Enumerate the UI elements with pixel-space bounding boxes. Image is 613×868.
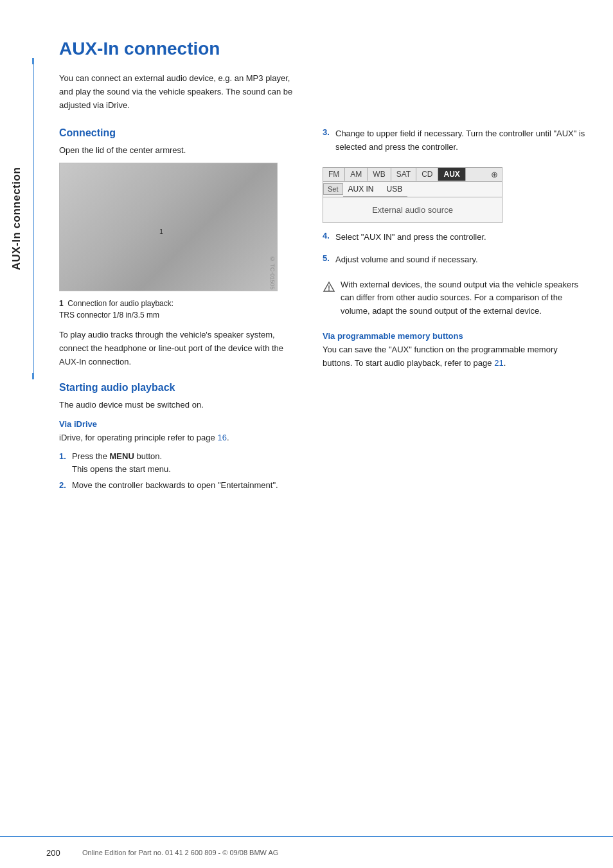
step3-row: 3. Change to upper field if necessary. T… [323, 127, 587, 159]
tab-wb: WB [368, 168, 391, 181]
caption-number: 1 [59, 299, 64, 308]
car-interior-svg: 1 [60, 163, 278, 291]
svg-rect-9 [201, 176, 265, 279]
step5-text: Adjust volume and sound if necessary. [335, 253, 478, 267]
aux-in-option: AUX IN [348, 185, 374, 194]
step5-row: 5. Adjust volume and sound if necessary. [323, 253, 587, 272]
idrive-page-link[interactable]: 16 [217, 433, 226, 442]
footer: 200 Online Edition for Part no. 01 41 2 … [0, 836, 613, 868]
page-title: AUX-In connection [59, 39, 587, 59]
programmable-page-link[interactable]: 21 [494, 358, 503, 368]
svg-text:1: 1 [155, 233, 159, 240]
set-button: Set [323, 183, 343, 195]
note-box: With external devices, the sound output … [323, 278, 587, 318]
svg-rect-4 [147, 208, 191, 247]
radio-nav-icon: ⊕ [487, 168, 502, 181]
svg-rect-0 [60, 163, 278, 291]
via-programmable-title: Via programmable memory buttons [323, 331, 587, 341]
step4-num: 4. [323, 231, 332, 249]
via-idrive-ref: iDrive, for operating principle refer to… [59, 431, 297, 445]
svg-point-6 [163, 226, 169, 232]
radio-tabs-row: FM AM WB SAT CD AUX ⊕ [323, 168, 502, 182]
caption-text: Connection for audio playback:TRS connec… [59, 299, 173, 320]
note-icon [323, 280, 335, 293]
via-idrive-title: Via iDrive [59, 419, 297, 429]
tab-fm: FM [323, 168, 345, 181]
step5-num: 5. [323, 253, 332, 272]
intro-text: You can connect an external audio device… [59, 72, 297, 112]
svg-rect-10 [208, 189, 259, 266]
starting-audio-title: Starting audio playback [59, 382, 297, 393]
via-programmable-body: You can save the "AUX" function on the p… [323, 343, 587, 370]
svg-rect-5 [156, 218, 182, 240]
usb-option: USB [387, 185, 403, 194]
step1-num: 1. [59, 450, 68, 475]
main-content: AUX-In connection You can connect an ext… [46, 0, 613, 537]
tab-am: AM [345, 168, 368, 181]
radio-submenu: AUX IN USB [343, 182, 408, 197]
caption: 1 Connection for audio playback:TRS conn… [59, 298, 297, 321]
footer-text: Online Edition for Part no. 01 41 2 600 … [82, 849, 278, 856]
two-col-layout: Connecting Open the lid of the center ar… [59, 127, 587, 498]
car-image: 1 © TC-01505 [59, 163, 278, 291]
external-audio-label: External audio source [372, 205, 453, 215]
menu-bold: MENU [110, 451, 134, 461]
audio-subtitle: The audio device must be switched on. [59, 399, 297, 412]
open-lid-text: Open the lid of the center armrest. [59, 144, 297, 158]
tab-aux: AUX [438, 168, 465, 181]
step2-num: 2. [59, 479, 68, 492]
svg-line-8 [159, 233, 164, 238]
step2-text: Move the controller backwards to open "E… [72, 479, 278, 492]
svg-rect-1 [73, 183, 188, 273]
tab-sat: SAT [391, 168, 416, 181]
page-number: 200 [46, 848, 72, 858]
step-1: 1. Press the MENU button.This opens the … [59, 450, 297, 475]
radio-submenu-row: Set AUX IN USB [323, 182, 502, 197]
note-text: With external devices, the sound output … [341, 278, 587, 318]
svg-rect-2 [85, 202, 175, 260]
steps-left: 1. Press the MENU button.This opens the … [59, 450, 297, 492]
left-column: Connecting Open the lid of the center ar… [59, 127, 297, 498]
image-watermark: © TC-01505 [269, 256, 276, 289]
right-column: 3. Change to upper field if necessary. T… [323, 127, 587, 375]
connection-body: To play audio tracks through the vehicle… [59, 329, 297, 368]
radio-display: FM AM WB SAT CD AUX ⊕ Set AUX IN USB E [323, 167, 502, 223]
tab-cd: CD [416, 168, 438, 181]
step3-num: 3. [323, 127, 332, 159]
connecting-title: Connecting [59, 127, 297, 139]
step-2: 2. Move the controller backwards to open… [59, 479, 297, 492]
svg-rect-3 [143, 195, 195, 273]
step4-row: 4. Select "AUX IN" and press the control… [323, 231, 587, 249]
step3-text: Change to upper field if necessary. Turn… [335, 127, 587, 154]
step3-container: 3. Change to upper field if necessary. T… [323, 127, 587, 159]
via-programmable-section: Via programmable memory buttons You can … [323, 331, 587, 370]
sidebar-label: AUX-In connection [0, 64, 33, 373]
step4-text: Select "AUX IN" and press the controller… [335, 231, 486, 244]
step1-text: Press the MENU button.This opens the sta… [72, 450, 171, 475]
svg-point-13 [328, 289, 330, 291]
radio-main-area: External audio source [323, 197, 502, 222]
